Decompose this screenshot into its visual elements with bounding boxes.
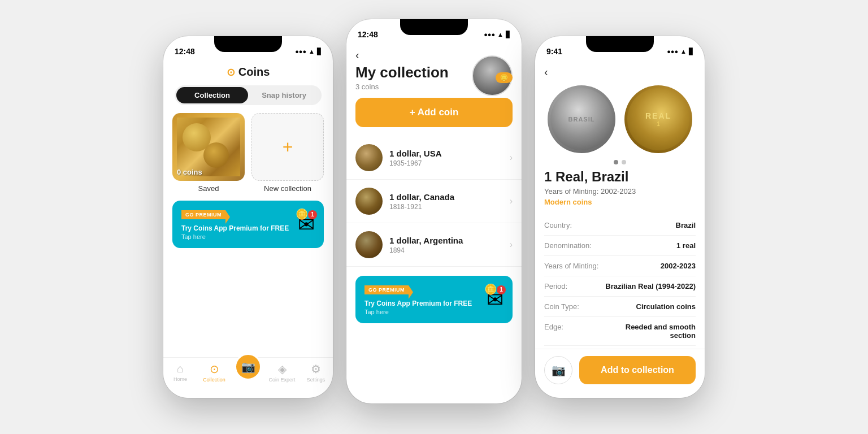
brazil-text-1: BRASIL (568, 116, 595, 123)
coin-thumb-canada (355, 188, 383, 215)
coin-year-0: 1935-1967 (389, 159, 510, 167)
coin-year-1: 1818-1921 (389, 203, 510, 211)
coins-count-badge: 0 coins (177, 168, 202, 176)
premium-badge-2: GO PREMIUM (364, 285, 409, 294)
nav-settings[interactable]: ⚙ Settings (299, 362, 333, 383)
coin-name-2: 1 dollar, Argentina (389, 236, 510, 245)
time-3: 9:41 (546, 47, 562, 56)
label-0: Country: (544, 221, 572, 229)
premium-badge-1: GO PREMIUM (181, 210, 225, 219)
value-0: Brazil (676, 221, 696, 229)
camera-action-icon: 📷 (552, 363, 566, 377)
wifi-icon-2: ▲ (497, 31, 504, 38)
camera-circle: 📷 (235, 353, 262, 380)
coin-list: 1 dollar, USA 1935-1967 › 1 dollar, Cana… (346, 136, 522, 267)
nav-coin-expert[interactable]: ◈ Coin Expert (265, 362, 299, 383)
gold-badge-icon: 🪙 (500, 74, 508, 81)
nav-collection[interactable]: ⊙ Collection (197, 362, 231, 383)
coin-name-1: 1 dollar, Canada (389, 192, 510, 202)
value-1: 1 real (676, 241, 696, 250)
coin-list-item-1[interactable]: 1 dollar, Canada 1818-1921 › (346, 180, 522, 223)
back-button-2[interactable]: ‹ (355, 49, 359, 62)
premium-envelope-1: ✉ 1 🪙 (298, 212, 315, 237)
brazil-real-text: REAL (645, 111, 671, 120)
detail-rows: Country: Brazil Denomination: 1 real Yea… (544, 215, 696, 346)
collection-icon: ⊙ (210, 362, 219, 376)
coin-brazil-back: REAL 1 (624, 85, 692, 153)
collection-grid: 0 coins Saved + New collection (172, 113, 324, 193)
saved-label: Saved (172, 184, 245, 193)
coin-info-0: 1 dollar, USA 1935-1967 (389, 149, 510, 167)
home-icon: ⌂ (177, 362, 184, 375)
bottom-nav-1: ⌂ Home ⊙ Collection 📷 ◈ Coin Expert ⚙ Se… (163, 357, 333, 398)
chevron-2: › (510, 240, 513, 250)
coin-detail-title: 1 Real, Brazil (544, 169, 696, 185)
coin-detail-years: Years of Minting: 2002-2023 (544, 187, 696, 196)
chevron-1: › (510, 196, 513, 206)
nav-home[interactable]: ⌂ Home (163, 362, 197, 382)
status-icons-1: ●●● ▲ ▊ (295, 48, 322, 55)
premium-banner-1[interactable]: GO PREMIUM Try Coins App Premium for FRE… (172, 201, 324, 248)
detail-row-5: Edge: Reeded and smooth section (544, 317, 696, 346)
premium-subtitle-2: Tap here (364, 309, 472, 315)
coin-category[interactable]: Modern coins (544, 198, 696, 206)
back-button-3[interactable]: ‹ (544, 66, 548, 79)
notification-dot-2: 1 (497, 285, 506, 294)
coins-icon: ⊙ (227, 66, 235, 79)
phone-1: 12:48 ●●● ▲ ▊ ⊙ Coins Collection Snap hi… (163, 36, 333, 398)
detail-actions: 📷 Add to collection (535, 349, 705, 398)
tab-collection[interactable]: Collection (176, 87, 248, 103)
coins-float-icon-2: 🪙 (484, 283, 497, 296)
coin-list-item-0[interactable]: 1 dollar, USA 1935-1967 › (346, 136, 522, 180)
premium-envelope-2: ✉ 1 🪙 (487, 288, 504, 312)
saved-collection-card[interactable]: 0 coins Saved (172, 113, 245, 193)
signal-icon-2: ●●● (484, 31, 495, 38)
signal-icon-3: ●●● (667, 48, 678, 55)
value-5: Reeded and smooth section (605, 323, 696, 340)
brazil-coin-face-2: REAL 1 (627, 88, 689, 150)
detail-row-3: Period: Brazilian Real (1994-2022) (544, 276, 696, 297)
value-3: Brazilian Real (1994-2022) (605, 282, 696, 290)
time-2: 12:48 (358, 30, 378, 39)
coin-list-item-2[interactable]: 1 dollar, Argentina 1894 › (346, 223, 522, 267)
nav-camera[interactable]: 📷 (231, 362, 265, 380)
chevron-0: › (510, 153, 513, 163)
coin-brazil-front: BRASIL (548, 85, 615, 153)
coin-info-1: 1 dollar, Canada 1818-1921 (389, 192, 510, 211)
phone-2: 12:48 ●●● ▲ ▊ ‹ 🪙 My collection 3 coins … (346, 19, 522, 403)
detail-row-2: Years of Minting: 2002-2023 (544, 256, 696, 276)
label-5: Edge: (544, 323, 563, 331)
detail-row-0: Country: Brazil (544, 215, 696, 236)
premium-banner-2[interactable]: GO PREMIUM Try Coins App Premium for FRE… (355, 276, 513, 323)
new-collection-card[interactable]: + New collection (251, 113, 324, 193)
notch-3 (586, 36, 654, 52)
camera-action-button[interactable]: 📷 (544, 356, 572, 384)
nav-expert-label: Coin Expert (268, 377, 295, 383)
add-to-collection-button[interactable]: Add to collection (579, 356, 696, 384)
premium-subtitle-1: Tap here (181, 233, 289, 240)
premium-text-2: GO PREMIUM Try Coins App Premium for FRE… (364, 284, 472, 315)
premium-text-1: GO PREMIUM Try Coins App Premium for FRE… (181, 209, 289, 240)
label-1: Denomination: (544, 241, 592, 250)
status-icons-3: ●●● ▲ ▊ (667, 48, 693, 55)
gold-badge: 🪙 (496, 72, 513, 83)
label-4: Coin Type: (544, 302, 579, 311)
app-title: ⊙ Coins (172, 61, 324, 85)
coin-detail-content: 1 Real, Brazil Years of Minting: 2002-20… (535, 169, 705, 346)
detail-header: ‹ (535, 61, 705, 79)
notch-1 (214, 36, 282, 52)
tab-snap-history[interactable]: Snap history (248, 87, 320, 103)
wifi-icon: ▲ (309, 48, 315, 55)
coin-info-2: 1 dollar, Argentina 1894 (389, 236, 510, 254)
battery-icon-2: ▊ (506, 31, 510, 38)
premium-banner-2-wrap: GO PREMIUM Try Coins App Premium for FRE… (346, 267, 522, 323)
brazil-coin-face-1: BRASIL (550, 88, 613, 150)
coin-thumb-argentina (355, 231, 383, 258)
nav-home-label: Home (173, 376, 187, 382)
app-title-text: Coins (238, 66, 270, 79)
dot-2 (622, 160, 626, 164)
settings-icon: ⚙ (311, 362, 321, 376)
add-coin-button[interactable]: + Add coin (355, 98, 513, 127)
new-collection-label: New collection (251, 184, 324, 193)
label-2: Years of Minting: (544, 262, 598, 270)
